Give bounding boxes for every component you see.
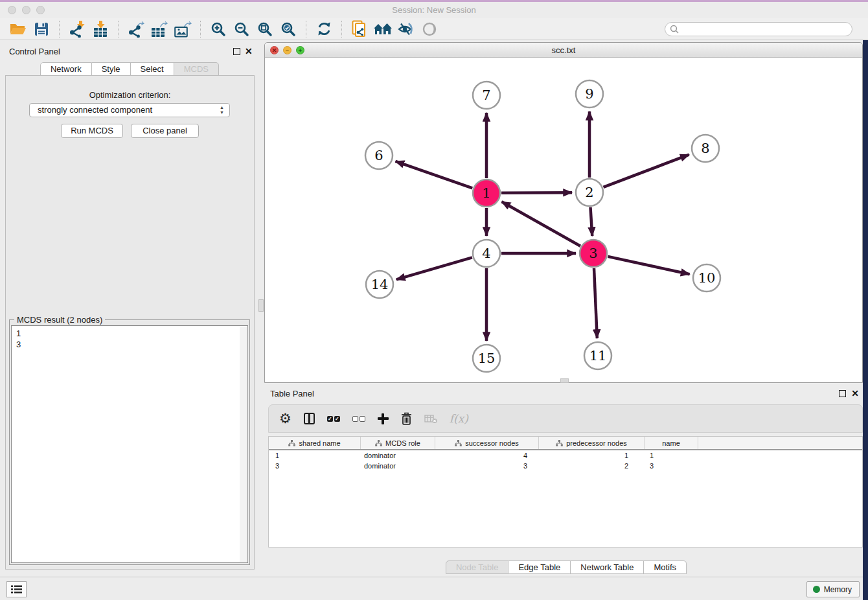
tab-node-table[interactable]: Node Table [446,560,509,574]
zoom-fit-button[interactable] [255,20,275,38]
fx-icon: f(x) [450,412,468,425]
tab-select[interactable]: Select [131,62,174,76]
edge-3-10[interactable] [608,257,689,274]
node-label: 2 [585,185,593,200]
tab-network[interactable]: Network [40,62,92,76]
mcds-result-group: MCDS result (2 nodes) 13 [9,319,250,565]
table-row[interactable]: 1dominator411 [269,450,862,461]
copy-network-button[interactable] [349,20,370,38]
criterion-dropdown[interactable]: strongly connected component ▲▼ [29,103,230,117]
checked-box-icon: ✓ [327,416,333,422]
toolbar-separator [118,21,119,38]
node-9[interactable]: 9 [576,80,603,108]
select-all-button[interactable]: ✓ ✓ [327,416,340,422]
function-builder-button-disabled: f(x) [450,412,468,425]
node-15[interactable]: 15 [473,345,500,372]
table-row[interactable]: 3dominator323 [269,461,862,471]
network-zoom-traffic-light[interactable]: + [296,46,304,54]
mcds-result-lines: 13 [12,326,247,350]
canvas-resize-handle[interactable] [560,378,569,383]
import-table-button[interactable] [90,20,111,38]
toolbar-separator [200,21,201,38]
close-traffic-light[interactable] [8,6,16,14]
close-table-panel-icon[interactable]: ✕ [851,390,859,397]
refresh-icon [317,21,332,36]
memory-label: Memory [824,585,852,594]
edge-1-2[interactable] [501,192,572,193]
tab-mcds[interactable]: MCDS [174,62,219,76]
eye-disabled-icon [422,22,437,36]
edge-2-3[interactable] [590,207,592,236]
export-image-button[interactable] [172,20,193,38]
import-network-button[interactable] [67,20,87,38]
node-8[interactable]: 8 [692,135,719,162]
save-session-button[interactable] [31,20,52,38]
close-panel-icon[interactable]: ✕ [245,48,253,55]
network-canvas[interactable]: 1234678910111415 [265,58,862,382]
save-floppy-icon [34,22,49,36]
zoom-selected-button[interactable] [278,20,299,38]
node-10[interactable]: 10 [693,264,720,292]
edge-1-6[interactable] [395,161,472,189]
node-11[interactable]: 11 [584,342,611,369]
list-icon [11,585,22,594]
table-settings-button[interactable]: ⚙ [279,412,291,425]
tab-edge-table[interactable]: Edge Table [508,560,571,574]
edge-3-11[interactable] [594,268,597,338]
add-column-button[interactable] [378,413,389,424]
column-header-shared-name[interactable]: shared name [269,437,361,449]
export-table-button[interactable] [149,20,170,38]
plus-icon [378,413,389,424]
network-window-titlebar[interactable]: ✕ − + scc.txt [265,43,862,58]
column-header-name[interactable]: name [645,437,698,449]
toolbar-separator [341,21,342,38]
table-cell: 1 [269,450,361,461]
edge-2-8[interactable] [604,155,689,187]
memory-button[interactable]: Memory [806,581,860,597]
task-history-button[interactable] [6,581,27,597]
hide-graphics-button[interactable] [396,20,417,38]
network-close-traffic-light[interactable]: ✕ [270,46,279,54]
edge-3-1[interactable] [502,202,580,246]
zoom-out-button[interactable] [231,20,252,38]
column-header-mcds-role[interactable]: MCDS role [361,437,435,449]
close-panel-button[interactable]: Close panel [131,124,199,138]
export-network-icon [128,21,144,38]
column-header-successor-nodes[interactable]: successor nodes [435,437,539,449]
result-line: 3 [16,339,247,350]
float-panel-icon[interactable] [233,48,240,55]
node-3[interactable]: 3 [580,240,607,267]
panel-divider-handle[interactable] [258,299,264,312]
delete-column-button[interactable] [401,412,412,425]
tab-motifs[interactable]: Motifs [644,560,687,574]
minimize-traffic-light[interactable] [22,6,30,14]
show-columns-button[interactable] [304,413,315,424]
deselect-all-button[interactable] [352,416,365,422]
node-1[interactable]: 1 [473,179,500,207]
search-icon [670,25,679,34]
houses-button[interactable] [372,20,393,38]
network-minimize-traffic-light[interactable]: − [283,46,291,54]
node-2[interactable]: 2 [576,179,603,206]
eye-disabled-button[interactable] [419,20,440,38]
search-input[interactable] [665,22,852,36]
export-network-button[interactable] [126,20,146,38]
node-6[interactable]: 6 [365,142,393,169]
zoom-traffic-light[interactable] [36,6,45,14]
result-scrollbar[interactable] [240,327,247,562]
run-mcds-button[interactable]: Run MCDS [61,124,123,138]
edge-4-14[interactable] [396,257,472,279]
zoom-in-button[interactable] [208,20,229,38]
node-4[interactable]: 4 [473,240,500,267]
tab-style[interactable]: Style [92,62,131,76]
node-7[interactable]: 7 [473,82,500,109]
column-header-predecessor-nodes[interactable]: predecessor nodes [539,437,645,449]
gear-icon: ⚙ [279,412,291,425]
node-14[interactable]: 14 [366,271,393,298]
mcds-panel: Optimization criterion: strongly connect… [5,75,255,570]
tab-network-table[interactable]: Network Table [571,560,644,574]
refresh-layout-button[interactable] [314,20,334,38]
float-table-panel-icon[interactable] [839,390,846,397]
open-file-button[interactable] [8,20,29,38]
table-cell: 3 [269,461,361,471]
